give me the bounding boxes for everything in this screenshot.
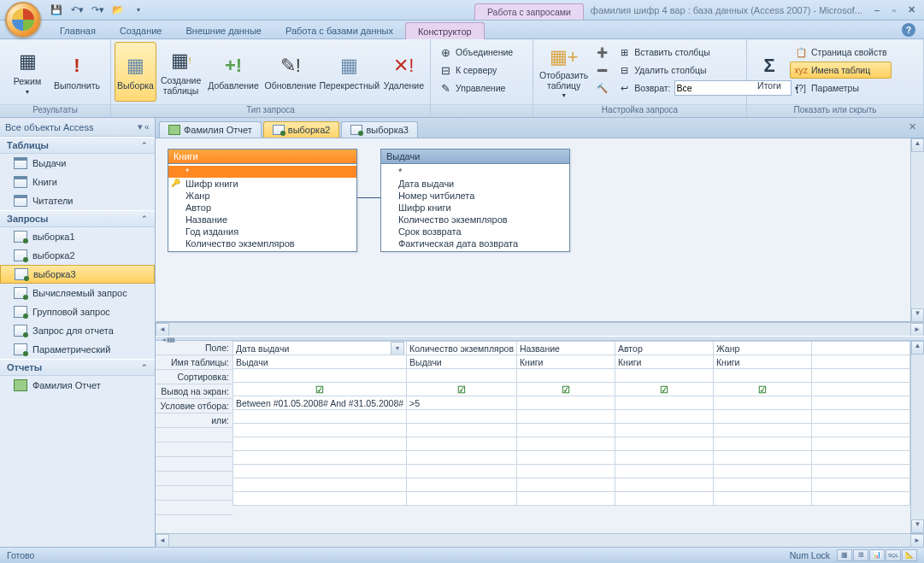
grid-cell[interactable] — [812, 478, 910, 492]
vscroll-diagram[interactable]: ▲▼ — [910, 138, 924, 322]
grid-cell[interactable] — [232, 369, 406, 383]
grid-cell[interactable]: Книги — [517, 355, 615, 369]
grid-cell[interactable] — [714, 478, 812, 492]
datasheet-view-button[interactable]: ▦ — [837, 549, 852, 561]
grid-cell[interactable] — [232, 424, 406, 437]
delete-query-button[interactable]: ✕!Удаление — [381, 42, 427, 102]
nav-item[interactable]: Фамилия Отчет — [0, 376, 155, 395]
grid-cell[interactable]: Выдачи — [407, 355, 517, 369]
grid-cell[interactable] — [615, 424, 714, 437]
nav-item[interactable]: Выдачи — [0, 154, 155, 173]
run-query-button[interactable]: !Выполнить — [53, 42, 101, 102]
datadef-button[interactable]: ✎Управление — [434, 79, 517, 97]
query-design-grid[interactable]: Поле:Имя таблицы:Сортировка:Вывод на экр… — [156, 341, 924, 533]
hscroll-grid[interactable]: ◄► — [156, 533, 924, 547]
nav-item[interactable]: Вычисляемый запрос — [0, 284, 155, 302]
ribbon-tab-4[interactable]: Конструктор — [405, 22, 485, 39]
grid-cell[interactable] — [517, 437, 615, 451]
nav-item[interactable]: Параметрический — [0, 340, 155, 359]
grid-cell[interactable] — [407, 492, 517, 506]
office-button[interactable] — [5, 2, 41, 38]
builder-button[interactable]: 🔨 — [592, 79, 611, 97]
grid-cell[interactable] — [407, 424, 517, 437]
grid-cell[interactable] — [517, 396, 615, 410]
grid-cell[interactable] — [812, 369, 910, 383]
ribbon-tab-1[interactable]: Создание — [108, 22, 174, 38]
grid-cell[interactable] — [232, 451, 406, 465]
field-item[interactable]: Дата выдачи — [381, 178, 569, 190]
nav-group-header[interactable]: Отчеты⌃ — [0, 359, 155, 376]
append-button[interactable]: +!Добавление — [205, 42, 262, 102]
grid-cell[interactable]: Название — [517, 342, 615, 355]
grid-cell[interactable] — [714, 437, 812, 451]
nav-item[interactable]: Запрос для отчета — [0, 321, 155, 340]
nav-item[interactable]: Групповой запрос — [0, 302, 155, 321]
grid-cell[interactable] — [407, 437, 517, 451]
grid-cell[interactable]: Количество экземпляров — [407, 342, 517, 355]
grid-cell[interactable] — [812, 424, 910, 437]
nav-item[interactable]: выборка1 — [0, 227, 155, 246]
make-table-button[interactable]: ▦!Создание таблицы — [158, 42, 203, 102]
field-item[interactable]: Шифр книги — [381, 202, 569, 214]
grid-cell[interactable] — [517, 492, 615, 506]
field-list-books[interactable]: Книги *Шифр книгиЖанрАвторНазваниеГод из… — [168, 149, 357, 252]
hscroll-diagram[interactable]: ◄► — [156, 322, 924, 336]
field-list-issues[interactable]: Выдачи *Дата выдачиНомер читбилетаШифр к… — [380, 149, 570, 252]
ribbon-tab-0[interactable]: Главная — [48, 22, 108, 38]
nav-group-header[interactable]: Запросы⌃ — [0, 210, 155, 227]
field-item[interactable]: Количество экземпляров — [168, 238, 356, 249]
grid-cell[interactable] — [615, 369, 714, 383]
grid-cell[interactable]: Дата выдачи — [232, 342, 406, 355]
grid-cell[interactable] — [714, 451, 812, 465]
grid-cell[interactable]: ☑ — [232, 383, 406, 396]
doc-tab[interactable]: выборка2 — [263, 121, 340, 138]
property-sheet-button[interactable]: 📋Страница свойств — [790, 44, 892, 61]
save-icon[interactable]: 💾 — [48, 2, 65, 19]
query-diagram-pane[interactable]: Книги *Шифр книгиЖанрАвторНазваниеГод из… — [156, 138, 910, 322]
grid-cell[interactable] — [615, 492, 714, 506]
field-item[interactable]: Номер читбилета — [381, 190, 569, 202]
grid-cell[interactable] — [812, 342, 910, 355]
parameters-button[interactable]: [?]Параметры — [790, 79, 892, 97]
sql-view-button[interactable]: SQL — [886, 549, 901, 561]
field-list-title[interactable]: Выдачи — [381, 150, 569, 164]
grid-cell[interactable] — [812, 451, 910, 465]
grid-cell[interactable] — [812, 465, 910, 478]
grid-cell[interactable] — [517, 478, 615, 492]
grid-cell[interactable] — [714, 369, 812, 383]
grid-cell[interactable] — [517, 369, 615, 383]
grid-cell[interactable] — [232, 410, 406, 424]
insert-rows-button[interactable]: ➕ — [592, 44, 611, 61]
grid-cell[interactable]: Автор — [615, 342, 714, 355]
grid-cell[interactable]: ☑ — [714, 383, 812, 396]
field-item[interactable]: Срок возврата — [381, 226, 569, 238]
field-item[interactable]: Название — [168, 214, 356, 226]
grid-cell[interactable]: ☑ — [615, 383, 714, 396]
grid-cell[interactable] — [812, 410, 910, 424]
grid-cell[interactable] — [812, 355, 910, 369]
nav-group-header[interactable]: Таблицы⌃ — [0, 137, 155, 154]
grid-cell[interactable] — [812, 437, 910, 451]
design-view-button[interactable]: 📐 — [902, 549, 917, 561]
view-mode-button[interactable]: ▦Режим▼ — [3, 42, 51, 102]
crosstab-button[interactable]: ▦Перекрестный — [320, 42, 380, 102]
grid-cell[interactable] — [615, 451, 714, 465]
minimize-button[interactable]: – — [869, 3, 885, 17]
select-query-button[interactable]: ▦Выборка — [115, 42, 156, 102]
grid-cell[interactable] — [714, 396, 812, 410]
close-button[interactable]: ✕ — [903, 3, 919, 17]
show-table-button[interactable]: ▦+Отобразить таблицу▼ — [537, 42, 591, 102]
nav-item[interactable]: Книги — [0, 173, 155, 191]
grid-cell[interactable] — [615, 465, 714, 478]
grid-cell[interactable] — [232, 492, 406, 506]
grid-cell[interactable] — [407, 369, 517, 383]
chart-view-button[interactable]: 📊 — [869, 549, 885, 561]
redo-icon[interactable]: ↷▾ — [89, 2, 106, 19]
grid-cell[interactable]: ☑ — [517, 383, 615, 396]
grid-cell[interactable]: Жанр — [714, 342, 812, 355]
field-item[interactable]: * — [381, 166, 569, 178]
grid-cell[interactable]: Between #01.05.2008# And #31.05.2008# — [232, 396, 406, 410]
undo-icon[interactable]: ↶▾ — [68, 2, 85, 19]
pivot-view-button[interactable]: ⊞ — [853, 549, 868, 561]
grid-cell[interactable]: Книги — [615, 355, 714, 369]
